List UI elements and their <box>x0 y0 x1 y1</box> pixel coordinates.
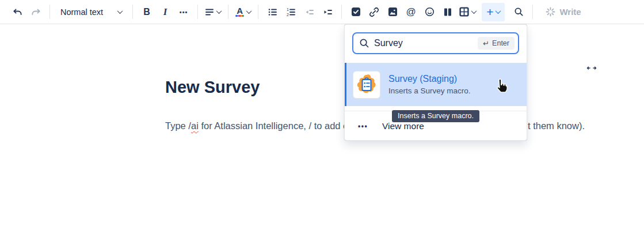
editor-width-toggle-button[interactable] <box>584 63 599 73</box>
layouts-icon <box>443 7 452 17</box>
text-color-icon: A <box>235 7 244 17</box>
link-button[interactable] <box>365 3 383 21</box>
toolbar-divider <box>341 5 342 19</box>
indent-icon <box>323 7 333 17</box>
macro-search-box[interactable]: ↵ Enter <box>352 32 519 54</box>
macro-result-text: Survey (Staging) Inserts a Survey macro. <box>388 74 471 95</box>
svg-text:1: 1 <box>287 7 289 12</box>
image-icon <box>388 7 398 17</box>
editor-placeholder-text[interactable]: Type /ai for Atlassian Intelligence, / t… <box>165 120 348 131</box>
italic-icon: I <box>163 6 167 18</box>
layouts-button[interactable] <box>439 3 457 21</box>
mention-icon: @ <box>406 6 416 18</box>
redo-icon <box>31 7 41 17</box>
toolbar-divider <box>132 5 133 19</box>
bullet-list-icon <box>268 7 277 17</box>
link-icon <box>369 7 379 17</box>
table-dropdown[interactable] <box>457 3 478 21</box>
task-checkbox-icon <box>351 7 361 17</box>
editor-placeholder-text-fragment[interactable]: t them know). <box>528 120 585 131</box>
ai-sparkle-icon <box>546 7 555 17</box>
editor-toolbar: Normal text B I ••• A <box>0 0 644 24</box>
numbered-list-icon: 1 2 <box>286 7 296 17</box>
text-style-label: Normal text <box>60 7 103 17</box>
mention-button[interactable]: @ <box>402 3 420 21</box>
overflow-icon: ••• <box>180 9 188 16</box>
align-left-icon <box>205 7 214 17</box>
toolbar-divider <box>49 5 50 19</box>
chevron-down-icon <box>246 8 252 14</box>
survey-macro-icon <box>353 71 380 99</box>
macro-result-title: Survey (Staging) <box>388 74 471 84</box>
chevron-down-icon <box>216 8 222 14</box>
ai-write-button[interactable]: Write <box>540 3 586 21</box>
insert-image-button[interactable] <box>383 3 402 21</box>
bullet-list-button[interactable] <box>263 3 281 21</box>
more-formatting-button[interactable]: ••• <box>174 3 193 21</box>
plus-icon: + <box>486 6 493 18</box>
macro-search-input[interactable] <box>374 38 473 48</box>
indent-button[interactable] <box>318 3 337 21</box>
toolbar-divider <box>228 5 228 19</box>
view-more-label: View more <box>382 121 424 131</box>
mouse-pointer-cursor <box>494 78 508 95</box>
return-key-icon: ↵ <box>483 40 489 47</box>
search-icon <box>359 38 369 48</box>
toolbar-divider <box>197 5 198 19</box>
toolbar-divider <box>258 5 258 19</box>
page-title[interactable]: New Survey <box>165 78 260 97</box>
italic-button[interactable]: I <box>156 3 174 21</box>
expand-width-icon <box>585 64 598 72</box>
search-icon <box>514 7 524 17</box>
macro-tooltip: Inserts a Survey macro. <box>392 110 479 122</box>
emoji-button[interactable] <box>420 3 439 21</box>
enter-hint-label: Enter <box>492 39 509 47</box>
table-icon <box>459 7 469 17</box>
enter-hint-badge: ↵ Enter <box>478 37 515 50</box>
outdent-icon <box>304 7 314 17</box>
placeholder-spellcheck-word: ai <box>191 120 199 131</box>
chevron-down-icon <box>471 8 477 14</box>
emoji-icon <box>425 7 435 17</box>
undo-icon <box>13 7 22 17</box>
text-align-dropdown[interactable] <box>203 3 223 21</box>
find-replace-button[interactable] <box>509 3 528 21</box>
bold-button[interactable]: B <box>138 3 156 21</box>
placeholder-post: for Atlassian Intelligence, / to add e <box>199 120 349 131</box>
numbered-list-button[interactable]: 1 2 <box>281 3 300 21</box>
editor-screen: Normal text B I ••• A <box>0 0 644 241</box>
placeholder-pre: Type / <box>165 120 191 131</box>
text-style-dropdown[interactable]: Normal text <box>55 3 128 21</box>
undo-button[interactable] <box>8 3 26 21</box>
outdent-button[interactable] <box>300 3 318 21</box>
text-color-dropdown[interactable]: A <box>233 3 253 21</box>
macro-result-description: Inserts a Survey macro. <box>388 86 471 95</box>
toolbar-divider <box>532 5 533 19</box>
chevron-down-icon <box>496 8 501 14</box>
bold-icon: B <box>143 7 150 17</box>
ai-write-label: Write <box>559 7 581 17</box>
insert-elements-dropdown[interactable]: + <box>482 3 505 21</box>
task-list-button[interactable] <box>346 3 365 21</box>
svg-text:2: 2 <box>287 13 289 17</box>
redo-button[interactable] <box>26 3 45 21</box>
chevron-down-icon <box>117 8 123 14</box>
ellipsis-icon: ••• <box>358 122 372 130</box>
